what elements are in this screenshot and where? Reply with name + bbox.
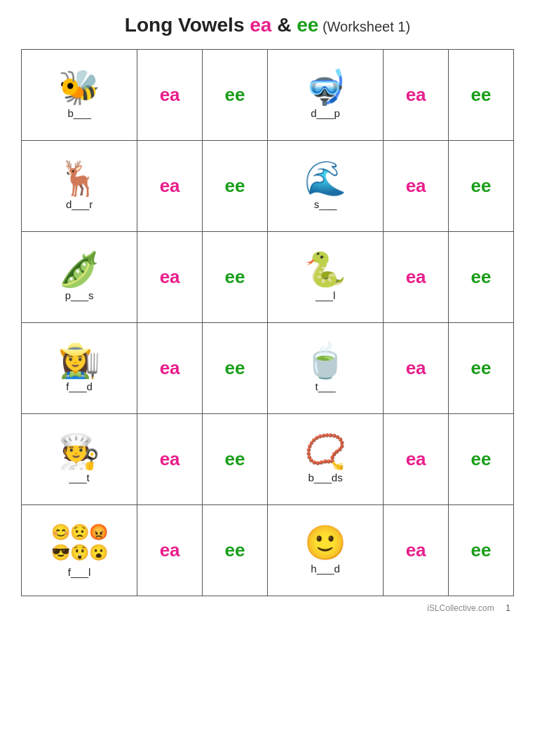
ee-option-left[interactable]: ee bbox=[203, 50, 268, 141]
word-blank-left: f___d bbox=[66, 380, 93, 392]
ee-option-left[interactable]: ee bbox=[203, 414, 268, 505]
table-row: 🐝b___eaee🤿d___peaee bbox=[22, 50, 514, 141]
table-row: 👩‍🌾f___deaee🍵t___eaee bbox=[22, 323, 514, 414]
table-row: 🫛p___seaee🐍___leaee bbox=[22, 232, 514, 323]
ea-option-left[interactable]: ea bbox=[137, 414, 203, 505]
ea-option-right[interactable]: ea bbox=[384, 232, 449, 323]
word-blank-right: d___p bbox=[311, 107, 340, 119]
table-row: 😊😟😡😎😲😮f___leaee🙂h___deaee bbox=[22, 505, 514, 596]
ea-option-right[interactable]: ea bbox=[384, 323, 449, 414]
left-picture-cell: 👩‍🌾f___d bbox=[22, 323, 137, 414]
word-blank-right: h___d bbox=[311, 563, 340, 575]
ea-option-right[interactable]: ea bbox=[384, 141, 449, 232]
left-picture-cell: 🫛p___s bbox=[22, 232, 137, 323]
ea-option-right[interactable]: ea bbox=[384, 505, 449, 596]
word-blank-left: p___s bbox=[65, 289, 94, 301]
word-blank-right: b___ds bbox=[308, 472, 342, 483]
ea-option-left[interactable]: ea bbox=[137, 505, 203, 596]
ea-option-left[interactable]: ea bbox=[137, 50, 203, 141]
word-blank-left: f___l bbox=[68, 566, 91, 578]
ee-option-right[interactable]: ee bbox=[449, 232, 514, 323]
word-blank-right: ___l bbox=[316, 289, 335, 301]
right-picture-cell: 🙂h___d bbox=[267, 505, 383, 596]
ea-option-right[interactable]: ea bbox=[384, 414, 449, 505]
ee-option-right[interactable]: ee bbox=[449, 505, 514, 596]
ea-option-left[interactable]: ea bbox=[137, 141, 203, 232]
right-picture-cell: 🍵t___ bbox=[267, 323, 383, 414]
ee-option-right[interactable]: ee bbox=[449, 50, 514, 141]
left-picture-cell: 🐝b___ bbox=[22, 50, 137, 141]
ea-option-left[interactable]: ea bbox=[137, 232, 203, 323]
ee-option-right[interactable]: ee bbox=[449, 323, 514, 414]
right-picture-cell: 🤿d___p bbox=[267, 50, 383, 141]
table-row: 🦌d___reaee🌊s___eaee bbox=[22, 141, 514, 232]
watermark: iSLCollective.com 1 bbox=[21, 603, 514, 613]
ee-option-left[interactable]: ee bbox=[203, 141, 268, 232]
right-picture-cell: 📿b___ds bbox=[267, 414, 383, 505]
ee-option-right[interactable]: ee bbox=[449, 414, 514, 505]
ee-option-left[interactable]: ee bbox=[203, 232, 268, 323]
left-picture-cell: 🦌d___r bbox=[22, 141, 137, 232]
right-picture-cell: 🌊s___ bbox=[267, 141, 383, 232]
table-row: 🧑‍🍳___teaee📿b___dseaee bbox=[22, 414, 514, 505]
ee-option-right[interactable]: ee bbox=[449, 141, 514, 232]
left-picture-cell: 😊😟😡😎😲😮f___l bbox=[22, 505, 137, 596]
ee-option-left[interactable]: ee bbox=[203, 505, 268, 596]
left-picture-cell: 🧑‍🍳___t bbox=[22, 414, 137, 505]
ea-option-left[interactable]: ea bbox=[137, 323, 203, 414]
word-blank-left: b___ bbox=[67, 107, 90, 119]
right-picture-cell: 🐍___l bbox=[267, 232, 383, 323]
ea-option-right[interactable]: ea bbox=[384, 50, 449, 141]
ee-option-left[interactable]: ee bbox=[203, 323, 268, 414]
word-blank-right: s___ bbox=[314, 198, 337, 210]
page-title: Long Vowels ea & ee (Worksheet 1) bbox=[21, 14, 514, 36]
word-blank-left: d___r bbox=[66, 198, 93, 210]
word-blank-right: t___ bbox=[315, 380, 335, 392]
worksheet-table: 🐝b___eaee🤿d___peaee🦌d___reaee🌊s___eaee🫛p… bbox=[21, 49, 514, 596]
word-blank-left: ___t bbox=[69, 472, 89, 483]
